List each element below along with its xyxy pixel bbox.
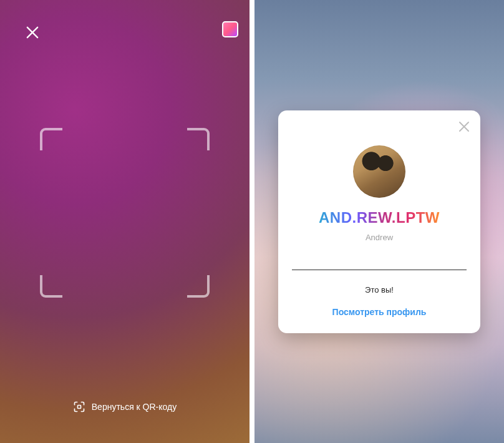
scan-frame (40, 128, 210, 298)
close-icon (24, 24, 41, 41)
display-name: Andrew (292, 233, 467, 242)
view-profile-link[interactable]: Посмотреть профиль (292, 307, 467, 317)
close-button[interactable] (24, 24, 41, 41)
return-to-qr-label: Вернуться к QR-коду (92, 402, 177, 412)
thats-you-label: Это вы! (292, 285, 467, 295)
screen-divider (250, 0, 254, 443)
gallery-button[interactable] (222, 21, 238, 37)
card-close-button[interactable] (457, 119, 472, 134)
close-icon (457, 119, 472, 134)
profile-card: AND.REW.LPTW Andrew Это вы! Посмотреть п… (278, 110, 480, 333)
profile-result-screen: AND.REW.LPTW Andrew Это вы! Посмотреть п… (254, 0, 504, 443)
return-to-qr-button[interactable]: Вернуться к QR-коду (0, 401, 250, 413)
frame-corner (40, 275, 62, 298)
frame-corner (187, 128, 210, 150)
divider (292, 270, 467, 270)
username: AND.REW.LPTW (319, 209, 440, 226)
frame-corner (187, 275, 210, 298)
svg-rect-0 (77, 406, 80, 409)
qr-scan-icon (73, 401, 85, 413)
frame-corner (40, 128, 62, 150)
avatar (353, 145, 405, 198)
scanner-screen: Вернуться к QR-коду (0, 0, 250, 443)
